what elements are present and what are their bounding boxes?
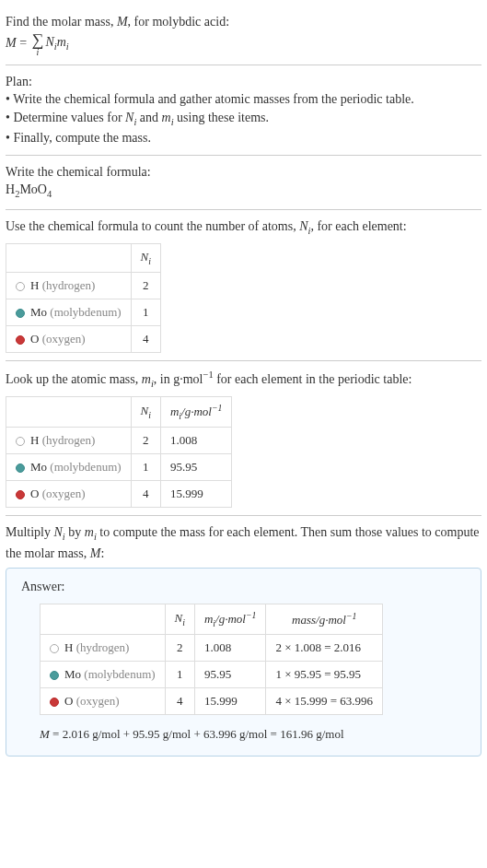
text: , for molybdic acid:: [128, 15, 229, 29]
table-header-row: Ni mi/g·mol−1 mass/g·mol−1: [41, 604, 383, 634]
element-name: (oxygen): [42, 487, 86, 500]
element-name: (molybdenum): [50, 460, 121, 474]
var-mi: mi: [142, 372, 154, 386]
element-symbol: O: [64, 694, 73, 708]
text: Look up the atomic mass,: [6, 372, 142, 386]
text: Multiply: [6, 525, 54, 539]
header-empty: [6, 244, 132, 273]
element-symbol: Mo: [64, 667, 81, 681]
atomic-mass-table: Ni mi/g·mol−1 H (hydrogen) 2 1.008 Mo (m…: [6, 396, 232, 508]
element-cell: Mo (molybdenum): [6, 454, 132, 481]
count-atoms-section: Use the chemical formula to count the nu…: [6, 210, 481, 361]
header-ni: Ni: [131, 397, 160, 428]
element-name: (hydrogen): [42, 278, 96, 292]
oxygen-icon: [50, 698, 59, 707]
element-name: (molybdenum): [50, 305, 121, 319]
text: :: [100, 546, 104, 560]
element-symbol: H: [30, 278, 39, 292]
header-empty: [6, 397, 132, 428]
count-value: 4: [165, 687, 194, 714]
plan-bullet-1: • Write the chemical formula and gather …: [6, 90, 481, 109]
count-value: 2: [131, 428, 160, 454]
mass-value: 15.999: [194, 687, 265, 714]
table-row: H (hydrogen) 2 1.008 2 × 1.008 = 2.016: [41, 634, 383, 661]
count-value: 4: [131, 481, 160, 508]
lookup-mass-section: Look up the atomic mass, mi, in g·mol−1 …: [6, 361, 481, 516]
table-header-row: Ni: [6, 244, 161, 273]
molybdenum-icon: [16, 463, 25, 473]
answer-box: Answer: Ni mi/g·mol−1 mass/g·mol−1 H (hy…: [6, 568, 481, 757]
table-row: O (oxygen) 4 15.999: [6, 481, 232, 508]
table-row: Mo (molybdenum) 1 95.95: [6, 454, 232, 481]
mass-calc: 2 × 1.008 = 2.016: [266, 634, 383, 661]
count-value: 1: [165, 661, 194, 687]
count-value: 2: [131, 273, 160, 299]
sigma-icon: ∑ i: [32, 31, 44, 57]
plan-bullet-2: • Determine values for Ni and mi using t…: [6, 109, 481, 129]
text: using these items.: [174, 111, 269, 124]
text: , in g·mol: [154, 372, 203, 386]
sup: −1: [203, 369, 213, 380]
multiply-section: Multiply Ni by mi to compute the mass fo…: [6, 516, 481, 764]
element-cell: H (hydrogen): [41, 634, 166, 661]
element-name: (oxygen): [76, 694, 120, 708]
element-symbol: H: [30, 433, 39, 447]
hydrogen-icon: [16, 437, 25, 446]
sum-term: Nimi: [45, 33, 68, 53]
answer-table: Ni mi/g·mol−1 mass/g·mol−1 H (hydrogen) …: [40, 604, 383, 715]
table-row: Mo (molybdenum) 1 95.95 1 × 95.95 = 95.9…: [41, 661, 383, 687]
multiply-text: Multiply Ni by mi to compute the mass fo…: [6, 523, 481, 562]
lookup-title: Look up the atomic mass, mi, in g·mol−1 …: [6, 369, 481, 391]
count-value: 2: [165, 634, 194, 661]
var-M: M: [90, 546, 101, 560]
element-symbol: H: [64, 640, 73, 654]
intro-section: Find the molar mass, M, for molybdic aci…: [6, 6, 481, 65]
answer-title: Answer:: [21, 578, 466, 596]
element-name: (hydrogen): [42, 433, 96, 447]
header-mi: mi/g·mol−1: [194, 604, 265, 634]
plan-title: Plan:: [6, 73, 481, 91]
mass-value: 1.008: [194, 634, 265, 661]
count-value: 1: [131, 299, 160, 326]
table-row: O (oxygen) 4: [6, 326, 161, 353]
element-cell: Mo (molybdenum): [6, 299, 132, 326]
molar-mass-equation: M = ∑ i Nimi: [6, 31, 481, 57]
mass-calc: 4 × 15.999 = 63.996: [266, 687, 383, 714]
var-mi: mi: [162, 111, 174, 124]
mass-value: 1.008: [160, 428, 231, 454]
oxygen-icon: [16, 490, 25, 499]
var-Ni: Ni: [125, 111, 136, 124]
element-symbol: O: [30, 332, 39, 346]
count-value: 4: [131, 326, 160, 353]
header-mass: mass/g·mol−1: [266, 604, 383, 634]
molybdenum-icon: [50, 671, 59, 680]
element-cell: Mo (molybdenum): [41, 661, 166, 687]
text: by: [65, 525, 85, 539]
chemical-formula-section: Write the chemical formula: H2MoO4: [6, 156, 481, 210]
element-symbol: Mo: [30, 460, 47, 474]
equals: =: [19, 36, 29, 50]
count-value: 1: [131, 454, 160, 481]
var-Ni: Ni: [299, 219, 310, 233]
var-M: M: [40, 727, 50, 741]
oxygen-icon: [16, 335, 25, 345]
final-result: = 2.016 g/mol + 95.95 g/mol + 63.996 g/m…: [50, 727, 344, 741]
element-name: (oxygen): [42, 332, 86, 346]
table-row: H (hydrogen) 2 1.008: [6, 428, 232, 454]
atom-count-table: Ni H (hydrogen) 2 Mo (molybdenum) 1 O (o…: [6, 243, 161, 353]
element-cell: O (oxygen): [6, 481, 132, 508]
header-empty: [41, 604, 166, 634]
text: • Determine values for: [6, 111, 125, 124]
element-cell: H (hydrogen): [6, 273, 132, 299]
intro-line: Find the molar mass, M, for molybdic aci…: [6, 13, 481, 31]
mass-calc: 1 × 95.95 = 95.95: [266, 661, 383, 687]
mass-value: 95.95: [160, 454, 231, 481]
element-name: (molybdenum): [84, 667, 155, 681]
plan-section: Plan: • Write the chemical formula and g…: [6, 65, 481, 156]
text: Use the chemical formula to count the nu…: [6, 219, 299, 233]
eq-lhs: M: [6, 36, 17, 50]
plan-bullet-3: • Finally, compute the mass.: [6, 129, 481, 147]
element-cell: H (hydrogen): [6, 428, 132, 454]
hydrogen-icon: [50, 644, 59, 653]
element-name: (hydrogen): [76, 640, 130, 654]
